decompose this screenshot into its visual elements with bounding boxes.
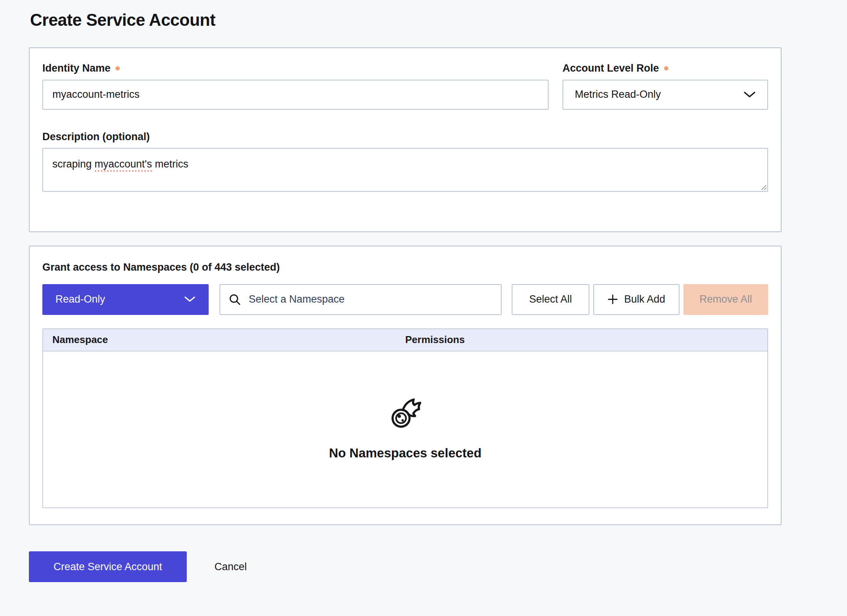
namespaces-panel: Grant access to Namespaces (0 of 443 sel… (29, 246, 782, 525)
search-icon (229, 293, 241, 306)
account-level-role-value: Metrics Read-Only (575, 89, 661, 100)
cancel-button[interactable]: Cancel (212, 561, 249, 573)
namespace-search-input[interactable] (248, 293, 492, 306)
bulk-add-button[interactable]: Bulk Add (593, 284, 680, 315)
description-text-misspelled: myaccount's (95, 158, 152, 172)
namespaces-controls: Read-Only Select All (42, 284, 768, 315)
plus-icon (608, 294, 618, 305)
create-service-account-button[interactable]: Create Service Account (29, 551, 187, 582)
create-service-account-page: Create Service Account Identity Name Acc… (0, 0, 847, 616)
account-level-role-field-group: Account Level Role Metrics Read-Only (562, 63, 768, 110)
namespaces-table: Namespace Permissions No Namespaces sele… (42, 328, 768, 508)
account-level-role-label: Account Level Role (562, 63, 768, 74)
select-all-button[interactable]: Select All (512, 284, 589, 315)
description-label: Description (optional) (42, 131, 768, 143)
namespaces-empty-state: No Namespaces selected (43, 352, 767, 507)
permission-role-value: Read-Only (55, 293, 105, 305)
identity-name-label: Identity Name (42, 63, 549, 74)
chevron-down-icon (743, 91, 756, 98)
account-level-role-label-text: Account Level Role (562, 63, 659, 74)
identity-name-label-text: Identity Name (42, 63, 110, 74)
chevron-down-icon (184, 296, 196, 303)
column-header-permissions: Permissions (405, 334, 768, 346)
identity-panel: Identity Name Account Level Role Metrics… (29, 47, 782, 232)
permission-role-dropdown[interactable]: Read-Only (42, 284, 209, 315)
required-dot (116, 66, 120, 70)
required-dot (664, 66, 668, 70)
description-text: metrics (152, 158, 189, 170)
remove-all-button[interactable]: Remove All (683, 284, 768, 315)
namespaces-table-header: Namespace Permissions (43, 329, 767, 352)
namespaces-heading: Grant access to Namespaces (0 of 443 sel… (42, 262, 768, 273)
comet-icon (390, 398, 421, 430)
footer-actions: Create Service Account Cancel (29, 551, 847, 582)
description-text: scraping (52, 158, 95, 170)
identity-name-input[interactable] (42, 80, 549, 110)
column-header-namespace: Namespace (43, 334, 405, 346)
account-level-role-select[interactable]: Metrics Read-Only (562, 80, 768, 110)
description-label-text: Description (optional) (42, 131, 150, 143)
bulk-add-label: Bulk Add (624, 293, 665, 305)
namespace-search-box[interactable] (219, 284, 502, 315)
identity-name-field-group: Identity Name (42, 63, 549, 110)
page-title: Create Service Account (30, 12, 847, 28)
textarea-resize-handle[interactable] (760, 184, 766, 190)
description-textarea[interactable]: scraping myaccount's metrics (42, 148, 768, 192)
empty-state-message: No Namespaces selected (329, 446, 481, 460)
